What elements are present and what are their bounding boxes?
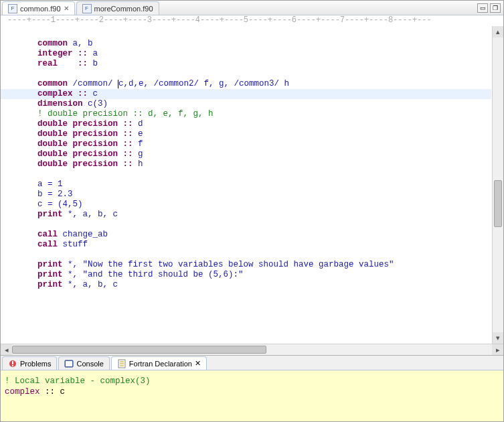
tab-label: Console [76,360,103,368]
tab-label: Fortran Declaration [129,360,192,368]
scroll-left-arrow[interactable]: ◂ [1,344,12,355]
tab-label: common.f90 [20,5,61,13]
close-icon[interactable]: ✕ [64,5,69,12]
editor-tab-bar: F common.f90 ✕ F moreCommon.f90 ▭ ❐ [1,1,503,15]
scroll-down-arrow[interactable]: ▾ [493,332,503,344]
scroll-right-arrow[interactable]: ▸ [492,344,503,355]
tab-label: Problems [20,360,51,368]
editor-pane: ----+----1----+----2----+----3----+----4… [1,15,503,356]
tab-console[interactable]: Console [58,356,109,370]
fortran-declaration-panel: ! Local variable - complex(3) complex ::… [1,370,503,421]
editor-tab-common[interactable]: F common.f90 ✕ [2,1,75,15]
maximize-view-button[interactable]: ❐ [490,3,501,13]
tab-problems[interactable]: Problems [2,356,57,370]
svg-rect-2 [12,365,13,366]
horizontal-scrollbar[interactable]: ◂ ▸ [1,344,503,355]
declaration-icon [117,359,127,368]
declaration-keyword: complex [5,387,40,397]
svg-rect-1 [12,361,13,364]
console-icon [64,359,74,368]
tab-fortran-declaration[interactable]: Fortran Declaration ✕ [111,356,207,370]
minimize-view-button[interactable]: ▭ [477,3,488,13]
fortran-file-icon: F [8,4,17,13]
close-icon[interactable]: ✕ [195,359,201,368]
tab-label: moreCommon.f90 [94,5,153,13]
problems-icon [8,359,17,368]
view-tab-bar: Problems Console Fortran Declaration ✕ [1,356,503,370]
code-editor[interactable]: common a, b integer :: a real :: b commo… [1,26,503,344]
declaration-comment: ! Local variable - complex(3) [5,376,151,386]
code-content: common a, b integer :: a real :: b commo… [7,29,503,290]
column-ruler: ----+----1----+----2----+----3----+----4… [1,15,503,26]
editor-tab-morecommon[interactable]: F moreCommon.f90 [76,1,159,15]
fortran-file-icon: F [82,4,92,13]
horizontal-scroll-thumb[interactable] [12,346,266,354]
declaration-rest: :: c [40,387,66,397]
view-controls: ▭ ❐ [477,3,503,13]
svg-rect-4 [66,361,72,366]
